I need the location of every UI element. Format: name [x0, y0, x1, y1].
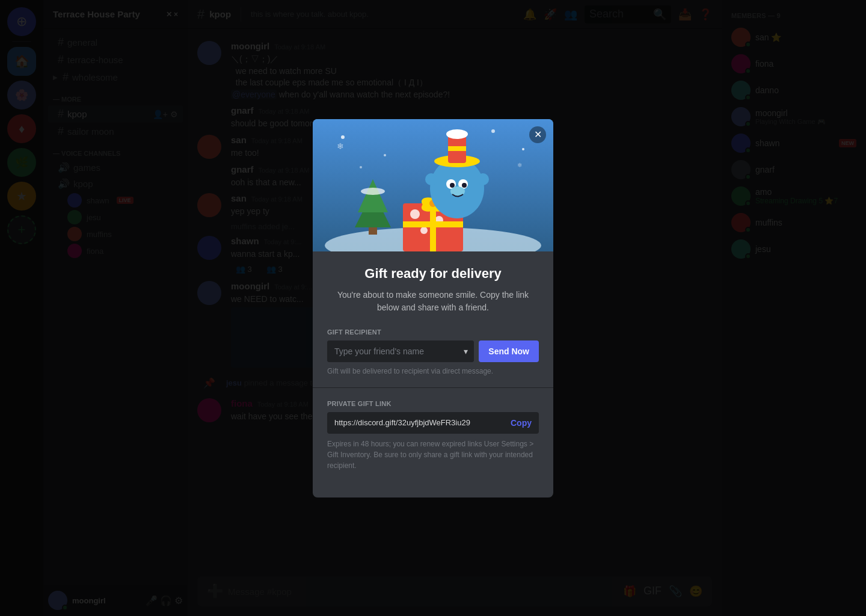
- modal-body: Gift ready for delivery You're about to …: [313, 251, 553, 497]
- modal-divider: [313, 387, 553, 388]
- svg-point-34: [477, 173, 489, 185]
- svg-point-6: [360, 166, 362, 168]
- modal-recipient-label: GIFT RECIPIENT: [327, 328, 539, 336]
- modal-recipient-section: GIFT RECIPIENT ▾ Send Now Gift will be d…: [327, 328, 539, 375]
- modal-title: Gift ready for delivery: [327, 266, 539, 282]
- svg-point-2: [341, 135, 345, 139]
- svg-point-14: [410, 209, 420, 219]
- modal-image: ❄ ❄: [313, 119, 553, 251]
- svg-point-3: [522, 148, 524, 150]
- modal-recipient-input[interactable]: [327, 340, 474, 362]
- svg-point-12: [361, 188, 385, 195]
- modal-close-button[interactable]: ✕: [529, 126, 546, 143]
- svg-text:❄: ❄: [337, 141, 344, 151]
- modal-link-row: https://discord.gift/32uyfjbjdWeFR3iu29 …: [327, 412, 539, 434]
- svg-text:❄: ❄: [517, 162, 522, 168]
- modal-link-url: https://discord.gift/32uyfjbjdWeFR3iu29: [334, 418, 506, 427]
- svg-point-33: [425, 173, 437, 185]
- close-icon: ✕: [534, 129, 542, 140]
- svg-point-5: [491, 129, 495, 133]
- svg-rect-27: [448, 146, 466, 151]
- modal-expire-text: Expires in 48 hours; you can renew expir…: [327, 439, 539, 471]
- svg-point-4: [384, 154, 386, 156]
- svg-point-26: [446, 129, 468, 139]
- svg-rect-19: [403, 221, 463, 227]
- modal-recipient-input-row: ▾ Send Now: [327, 340, 539, 362]
- modal-overlay[interactable]: ❄ ❄: [0, 0, 866, 616]
- svg-point-16: [420, 227, 428, 234]
- recipient-dropdown-arrow: ▾: [464, 346, 468, 356]
- svg-rect-11: [369, 227, 377, 235]
- modal-recipient-hint: Gift will be delivered to recipient via …: [327, 367, 539, 375]
- modal-copy-button[interactable]: Copy: [511, 418, 532, 428]
- modal-link-label: PRIVATE GIFT LINK: [327, 400, 539, 407]
- modal-send-button[interactable]: Send Now: [479, 340, 539, 362]
- modal-subtitle: You're about to make someone smile. Copy…: [327, 289, 539, 314]
- svg-point-31: [462, 183, 467, 188]
- modal-link-section: PRIVATE GIFT LINK https://discord.gift/3…: [327, 400, 539, 471]
- gift-scene-svg: ❄ ❄: [313, 119, 553, 251]
- svg-point-30: [450, 183, 455, 188]
- gift-modal: ❄ ❄: [313, 119, 553, 497]
